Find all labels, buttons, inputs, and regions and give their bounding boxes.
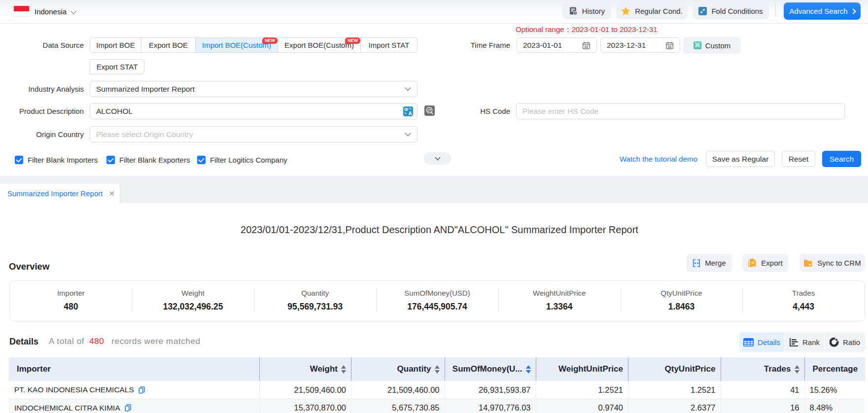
svg-text:A: A	[409, 110, 413, 116]
